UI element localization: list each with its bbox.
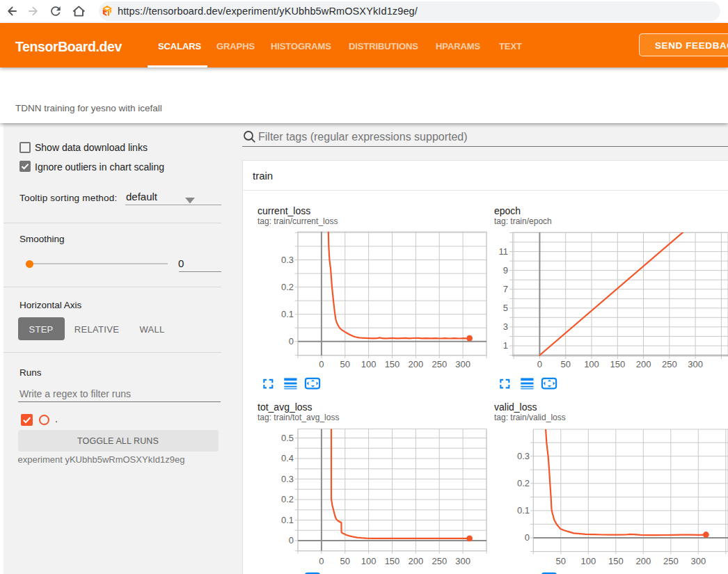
svg-text:0.3: 0.3 (281, 474, 294, 484)
svg-text:50: 50 (340, 556, 350, 566)
svg-text:0: 0 (289, 336, 294, 346)
svg-text:0.4: 0.4 (281, 453, 294, 463)
svg-text:300: 300 (455, 556, 470, 566)
svg-text:100: 100 (361, 359, 377, 369)
svg-text:150: 150 (385, 359, 400, 369)
svg-text:0.2: 0.2 (281, 282, 294, 292)
svg-text:1: 1 (503, 340, 508, 351)
svg-text:100: 100 (580, 556, 596, 566)
svg-text:0.1: 0.1 (281, 309, 294, 319)
svg-text:0: 0 (525, 532, 530, 543)
svg-text:200: 200 (409, 556, 424, 566)
svg-text:50: 50 (556, 556, 566, 566)
svg-text:0: 0 (319, 359, 324, 369)
svg-text:50: 50 (560, 359, 570, 369)
svg-text:0.1: 0.1 (517, 505, 530, 516)
svg-text:200: 200 (635, 556, 651, 566)
svg-text:100: 100 (361, 556, 377, 566)
svg-text:0.5: 0.5 (281, 433, 294, 443)
svg-text:0.3: 0.3 (281, 255, 294, 265)
svg-text:0.2: 0.2 (281, 494, 294, 504)
svg-text:0: 0 (537, 359, 542, 369)
svg-text:0: 0 (319, 556, 324, 566)
svg-text:200: 200 (636, 359, 651, 369)
svg-text:50: 50 (340, 359, 350, 369)
svg-text:3: 3 (503, 321, 508, 332)
svg-text:200: 200 (409, 359, 424, 369)
svg-text:0.3: 0.3 (517, 451, 530, 461)
svg-text:300: 300 (688, 359, 703, 369)
svg-text:250: 250 (432, 556, 447, 566)
svg-text:9: 9 (503, 265, 508, 276)
svg-text:150: 150 (610, 359, 625, 369)
svg-text:5: 5 (503, 303, 508, 313)
svg-text:250: 250 (662, 359, 677, 369)
svg-text:250: 250 (432, 359, 447, 369)
svg-text:7: 7 (503, 284, 508, 294)
svg-text:300: 300 (455, 359, 470, 369)
svg-text:100: 100 (584, 359, 599, 369)
svg-text:250: 250 (663, 556, 679, 566)
svg-text:0: 0 (289, 535, 294, 545)
svg-text:0.2: 0.2 (517, 478, 530, 488)
svg-text:150: 150 (608, 556, 624, 566)
svg-text:150: 150 (385, 556, 400, 566)
svg-text:0.1: 0.1 (281, 515, 294, 525)
svg-text:300: 300 (690, 556, 706, 566)
svg-text:11: 11 (499, 246, 509, 257)
